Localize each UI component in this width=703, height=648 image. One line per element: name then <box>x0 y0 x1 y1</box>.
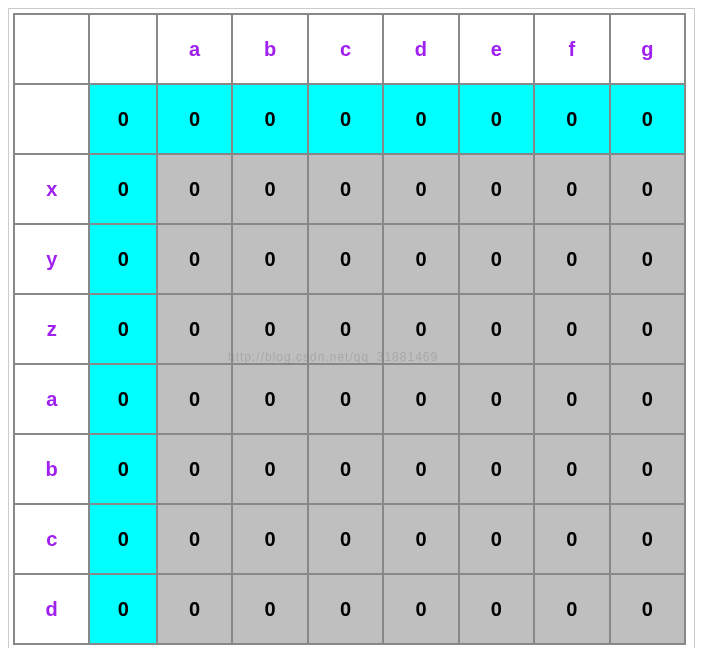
init-cell: 0 <box>89 154 157 224</box>
data-cell: 0 <box>459 574 534 644</box>
data-cell: 0 <box>610 224 686 294</box>
col-header: f <box>534 14 609 84</box>
data-cell: 0 <box>157 294 232 364</box>
init-cell: 0 <box>89 294 157 364</box>
init-cell: 0 <box>89 364 157 434</box>
row-header-empty <box>14 84 89 154</box>
data-cell: 0 <box>232 574 307 644</box>
data-cell: 0 <box>610 364 686 434</box>
corner-cell-1 <box>14 14 89 84</box>
col-header: a <box>157 14 232 84</box>
row-header: a <box>14 364 89 434</box>
data-cell: 0 <box>383 154 458 224</box>
data-cell: 0 <box>308 434 383 504</box>
init-cell: 0 <box>89 224 157 294</box>
data-cell: 0 <box>534 154 609 224</box>
data-cell: 0 <box>308 294 383 364</box>
init-cell: 0 <box>308 84 383 154</box>
table-row: 0 0 0 0 0 0 0 0 <box>14 84 685 154</box>
col-header: g <box>610 14 686 84</box>
dp-table: a b c d e f g 0 0 0 0 0 0 0 0 x 0 0 0 0 … <box>13 13 686 645</box>
data-cell: 0 <box>534 224 609 294</box>
col-header: b <box>232 14 307 84</box>
data-cell: 0 <box>308 364 383 434</box>
table-row: x 0 0 0 0 0 0 0 0 <box>14 154 685 224</box>
row-header: y <box>14 224 89 294</box>
data-cell: 0 <box>534 574 609 644</box>
data-cell: 0 <box>534 504 609 574</box>
data-cell: 0 <box>383 574 458 644</box>
col-header: e <box>459 14 534 84</box>
table-row: z 0 0 0 0 0 0 0 0 <box>14 294 685 364</box>
init-cell: 0 <box>383 84 458 154</box>
data-cell: 0 <box>232 434 307 504</box>
row-header: b <box>14 434 89 504</box>
init-cell: 0 <box>89 504 157 574</box>
col-header: c <box>308 14 383 84</box>
init-cell: 0 <box>89 84 157 154</box>
data-cell: 0 <box>157 154 232 224</box>
data-cell: 0 <box>459 154 534 224</box>
data-cell: 0 <box>308 574 383 644</box>
data-cell: 0 <box>157 504 232 574</box>
data-cell: 0 <box>157 574 232 644</box>
data-cell: 0 <box>459 224 534 294</box>
data-cell: 0 <box>610 294 686 364</box>
data-cell: 0 <box>157 364 232 434</box>
data-cell: 0 <box>232 364 307 434</box>
init-cell: 0 <box>89 434 157 504</box>
data-cell: 0 <box>308 224 383 294</box>
data-cell: 0 <box>610 154 686 224</box>
data-cell: 0 <box>459 504 534 574</box>
init-cell: 0 <box>610 84 686 154</box>
table-row: d 0 0 0 0 0 0 0 0 <box>14 574 685 644</box>
data-cell: 0 <box>232 294 307 364</box>
data-cell: 0 <box>610 574 686 644</box>
table-row: b 0 0 0 0 0 0 0 0 <box>14 434 685 504</box>
data-cell: 0 <box>534 434 609 504</box>
row-header: c <box>14 504 89 574</box>
init-cell: 0 <box>157 84 232 154</box>
init-cell: 0 <box>232 84 307 154</box>
data-cell: 0 <box>383 364 458 434</box>
data-cell: 0 <box>459 294 534 364</box>
table-row: y 0 0 0 0 0 0 0 0 <box>14 224 685 294</box>
data-cell: 0 <box>157 434 232 504</box>
data-cell: 0 <box>308 504 383 574</box>
table-header-row: a b c d e f g <box>14 14 685 84</box>
data-cell: 0 <box>534 364 609 434</box>
row-header: d <box>14 574 89 644</box>
data-cell: 0 <box>459 364 534 434</box>
init-cell: 0 <box>459 84 534 154</box>
data-cell: 0 <box>610 434 686 504</box>
data-cell: 0 <box>383 434 458 504</box>
data-cell: 0 <box>232 504 307 574</box>
table-row: a 0 0 0 0 0 0 0 0 <box>14 364 685 434</box>
data-cell: 0 <box>383 224 458 294</box>
init-cell: 0 <box>89 574 157 644</box>
data-cell: 0 <box>383 504 458 574</box>
row-header: x <box>14 154 89 224</box>
data-cell: 0 <box>232 154 307 224</box>
col-header: d <box>383 14 458 84</box>
data-cell: 0 <box>383 294 458 364</box>
data-cell: 0 <box>610 504 686 574</box>
data-cell: 0 <box>308 154 383 224</box>
data-cell: 0 <box>232 224 307 294</box>
table-wrapper: a b c d e f g 0 0 0 0 0 0 0 0 x 0 0 0 0 … <box>8 8 695 648</box>
init-cell: 0 <box>534 84 609 154</box>
row-header: z <box>14 294 89 364</box>
corner-cell-2 <box>89 14 157 84</box>
table-row: c 0 0 0 0 0 0 0 0 <box>14 504 685 574</box>
data-cell: 0 <box>459 434 534 504</box>
data-cell: 0 <box>534 294 609 364</box>
data-cell: 0 <box>157 224 232 294</box>
